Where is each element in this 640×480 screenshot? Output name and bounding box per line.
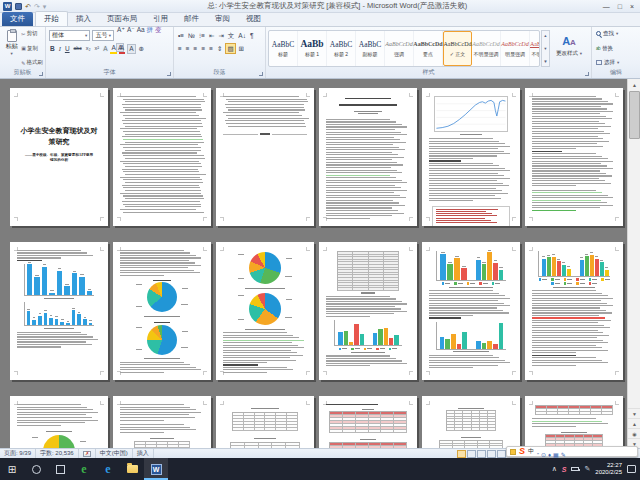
find-button[interactable]: 查找▾: [596, 30, 637, 37]
page-12-bars-text[interactable]: [525, 242, 623, 380]
paragraph-tool-5-icon[interactable]: 文: [227, 30, 236, 41]
style-item-10[interactable]: AaBbCcDd不明显参考: [530, 31, 540, 66]
font-format-10-icon[interactable]: ⊕: [138, 43, 145, 54]
page-3-toc-end[interactable]: [216, 88, 314, 226]
font-size-select[interactable]: 五号▾: [92, 30, 114, 41]
select-browse-object-icon[interactable]: ◉: [628, 428, 640, 438]
page-4-abstract[interactable]: [319, 88, 417, 226]
close-button[interactable]: ×: [630, 3, 634, 10]
style-item-4[interactable]: AaBbC副标题: [356, 31, 385, 66]
change-styles-button[interactable]: AA 更改样式 ▾: [552, 31, 586, 67]
sogou-tool-2-icon[interactable]: ♦: [548, 452, 551, 458]
maximize-button[interactable]: □: [618, 3, 622, 10]
tab-file[interactable]: 文件: [2, 12, 33, 26]
tab-view[interactable]: 视图: [238, 12, 269, 26]
pen-tray-icon[interactable]: ✎: [584, 465, 590, 473]
save-icon[interactable]: [15, 3, 22, 10]
task-view-button[interactable]: [48, 458, 72, 480]
font-format-0-icon[interactable]: B: [49, 43, 56, 54]
style-item-9[interactable]: AaBbCcDd明显强调: [501, 31, 530, 66]
word-taskbar-icon[interactable]: W: [144, 458, 168, 480]
styles-gallery-scroll[interactable]: ▴▾▼: [541, 30, 550, 67]
font-dialog-launcher-icon[interactable]: [167, 72, 171, 76]
page-15-tables[interactable]: [216, 396, 314, 448]
style-item-7[interactable]: AaBbCcDd✓ 正文: [443, 31, 472, 66]
font-format-2-icon[interactable]: U: [64, 43, 71, 54]
font-format-8-icon[interactable]: A: [119, 43, 125, 54]
proofing-status[interactable]: [79, 449, 96, 458]
font-tool-0-icon[interactable]: A⁺: [116, 26, 126, 33]
paragraph-tool-2-icon[interactable]: ⁝≡: [198, 30, 206, 41]
vertical-scrollbar[interactable]: ▲ ▼ ▲ ◉ ▼: [627, 79, 640, 448]
battery-icon[interactable]: [571, 467, 579, 471]
tab-insert[interactable]: 插入: [68, 12, 99, 26]
page-14-table[interactable]: [113, 396, 211, 448]
edge-icon[interactable]: e: [96, 458, 120, 480]
cortana-search-button[interactable]: [24, 458, 48, 480]
sogou-tool-3-icon[interactable]: ▦: [553, 452, 559, 458]
sogou-tool-4-icon[interactable]: ✎: [561, 452, 566, 458]
styles-dialog-launcher-icon[interactable]: [585, 72, 589, 76]
paragraph-tool-4-icon[interactable]: ⇥: [217, 30, 224, 41]
scroll-up-icon[interactable]: ▲: [628, 79, 640, 90]
insert-mode[interactable]: 插入: [133, 449, 154, 458]
font-format-5-icon[interactable]: x²: [94, 43, 101, 54]
page-5-linechart[interactable]: [422, 88, 520, 226]
page-18-red-table[interactable]: [525, 396, 623, 448]
minimize-button[interactable]: —: [603, 3, 610, 10]
sogou-mode-toggle[interactable]: 中: [528, 447, 534, 456]
draft-view-icon[interactable]: [497, 450, 506, 458]
paragraph-format-5-icon[interactable]: ⇕: [216, 43, 223, 54]
taskbar-clock[interactable]: 22:27 2020/2/25: [595, 462, 622, 476]
font-format-7-icon[interactable]: A: [110, 43, 116, 54]
word-logo-icon[interactable]: W: [3, 2, 12, 11]
tab-review[interactable]: 审阅: [207, 12, 238, 26]
sogou-tool-1-icon[interactable]: ⊙: [541, 452, 546, 458]
font-tool-1-icon[interactable]: A⁻: [126, 26, 136, 33]
outline-view-icon[interactable]: [487, 450, 496, 458]
style-item-6[interactable]: AaBbCcDd要点: [414, 31, 443, 66]
font-format-1-icon[interactable]: I: [58, 43, 62, 54]
style-item-2[interactable]: AaBb标题 1: [298, 31, 327, 66]
style-item-3[interactable]: AaBbC标题 2: [327, 31, 356, 66]
paragraph-tool-3-icon[interactable]: ⇤: [208, 30, 215, 41]
cut-button[interactable]: ✂剪切: [21, 30, 43, 37]
font-format-9-icon[interactable]: A: [127, 44, 135, 54]
paragraph-format-1-icon[interactable]: ≡: [185, 43, 191, 54]
scrollbar-thumb[interactable]: [629, 91, 640, 139]
language-indicator[interactable]: 中文(中国): [96, 449, 133, 458]
page-indicator[interactable]: 页面: 9/39: [0, 449, 36, 458]
style-item-5[interactable]: AaBbCcDd强调: [385, 31, 414, 66]
paragraph-tool-0-icon[interactable]: •≡: [177, 30, 185, 41]
scroll-down-icon[interactable]: ▼: [628, 408, 640, 418]
select-button[interactable]: 选择▾: [596, 59, 637, 66]
page-6-text[interactable]: [525, 88, 623, 226]
replace-button[interactable]: ab替换: [596, 45, 637, 52]
previous-page-icon[interactable]: ▲: [628, 418, 640, 428]
format-painter-button[interactable]: ✎格式刷: [21, 59, 43, 66]
clipboard-dialog-launcher-icon[interactable]: [39, 72, 43, 76]
page-9-piecharts[interactable]: [216, 242, 314, 380]
paragraph-tool-1-icon[interactable]: №: [187, 30, 196, 41]
tab-home[interactable]: 开始: [35, 11, 68, 26]
style-item-8[interactable]: AaBbCcDd不明显强调: [472, 31, 501, 66]
page-13-pie[interactable]: [10, 396, 108, 448]
paste-button[interactable]: 粘贴 ▾: [2, 29, 21, 67]
font-format-4-icon[interactable]: x₂: [85, 43, 92, 54]
action-center-icon[interactable]: [627, 465, 636, 473]
start-button[interactable]: ⊞: [0, 458, 24, 480]
paragraph-format-7-icon[interactable]: ⊞: [238, 43, 245, 54]
page-10-table-bars[interactable]: [319, 242, 417, 380]
page-2-toc[interactable]: [113, 88, 211, 226]
copy-button[interactable]: ▣复制: [21, 45, 43, 52]
font-tool-2-icon[interactable]: Aa: [136, 26, 146, 33]
page-16-red-tables[interactable]: [319, 396, 417, 448]
sogou-tray-icon[interactable]: S: [562, 466, 567, 473]
paragraph-tool-6-icon[interactable]: A↓: [237, 30, 247, 41]
font-format-3-icon[interactable]: abc: [73, 43, 83, 54]
page-7-barcharts[interactable]: [10, 242, 108, 380]
font-tool-4-icon[interactable]: 变: [154, 26, 163, 33]
paragraph-tool-7-icon[interactable]: ¶: [249, 30, 255, 41]
style-item-1[interactable]: AaBbC标题: [269, 31, 298, 66]
tray-expand-icon[interactable]: ∧: [552, 465, 557, 473]
